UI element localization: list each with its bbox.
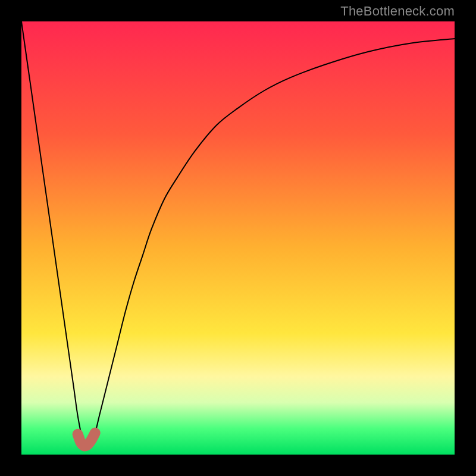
watermark-text: TheBottleneck.com bbox=[340, 4, 455, 19]
curve-svg bbox=[21, 21, 455, 455]
chart-frame: TheBottleneck.com bbox=[0, 0, 476, 476]
bottleneck-curve-path bbox=[21, 21, 455, 446]
optimal-marker-path bbox=[78, 433, 95, 446]
plot-area bbox=[21, 21, 455, 455]
optimal-marker bbox=[78, 433, 95, 446]
bottleneck-curve bbox=[21, 21, 455, 446]
